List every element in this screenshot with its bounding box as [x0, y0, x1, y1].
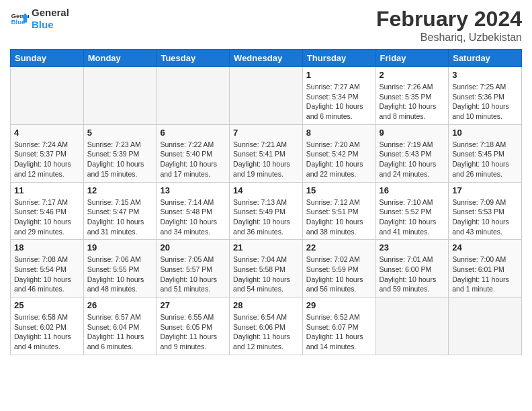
calendar-cell: 13Sunrise: 7:14 AM Sunset: 5:48 PM Dayli…	[157, 182, 230, 240]
day-info: Sunrise: 6:52 AM Sunset: 6:07 PM Dayligh…	[306, 312, 372, 352]
day-number: 19	[87, 242, 153, 253]
day-info: Sunrise: 7:19 AM Sunset: 5:43 PM Dayligh…	[380, 140, 445, 179]
calendar-cell: 12Sunrise: 7:15 AM Sunset: 5:47 PM Dayli…	[83, 182, 157, 240]
day-info: Sunrise: 7:05 AM Sunset: 5:57 PM Dayligh…	[160, 255, 226, 294]
day-number: 28	[233, 300, 299, 310]
day-info: Sunrise: 6:58 AM Sunset: 6:02 PM Dayligh…	[14, 312, 80, 352]
day-info: Sunrise: 7:01 AM Sunset: 6:00 PM Dayligh…	[380, 255, 445, 294]
calendar-cell: 29Sunrise: 6:52 AM Sunset: 6:07 PM Dayli…	[302, 298, 375, 355]
calendar-week-4: 25Sunrise: 6:58 AM Sunset: 6:02 PM Dayli…	[11, 298, 522, 355]
day-info: Sunrise: 7:00 AM Sunset: 6:01 PM Dayligh…	[452, 255, 518, 294]
calendar-week-3: 18Sunrise: 7:08 AM Sunset: 5:54 PM Dayli…	[11, 240, 522, 298]
day-info: Sunrise: 7:20 AM Sunset: 5:42 PM Dayligh…	[306, 140, 372, 179]
day-number: 10	[452, 128, 518, 138]
day-number: 24	[452, 242, 518, 253]
calendar-cell: 6Sunrise: 7:22 AM Sunset: 5:40 PM Daylig…	[157, 124, 230, 182]
header-sunday: Sunday	[11, 50, 84, 67]
calendar-cell: 14Sunrise: 7:13 AM Sunset: 5:49 PM Dayli…	[230, 182, 303, 240]
day-info: Sunrise: 7:08 AM Sunset: 5:54 PM Dayligh…	[14, 255, 80, 294]
day-info: Sunrise: 7:13 AM Sunset: 5:49 PM Dayligh…	[233, 197, 299, 237]
day-number: 5	[87, 128, 153, 138]
header-wednesday: Wednesday	[230, 50, 303, 67]
calendar-cell: 28Sunrise: 6:54 AM Sunset: 6:06 PM Dayli…	[230, 298, 303, 355]
day-info: Sunrise: 7:04 AM Sunset: 5:58 PM Dayligh…	[233, 255, 299, 294]
calendar-cell: 18Sunrise: 7:08 AM Sunset: 5:54 PM Dayli…	[11, 240, 84, 298]
main-container: General Blue General Blue February 2024 …	[0, 0, 532, 362]
day-number: 20	[160, 242, 226, 253]
calendar-week-2: 11Sunrise: 7:17 AM Sunset: 5:46 PM Dayli…	[11, 182, 522, 240]
day-number: 2	[380, 70, 445, 80]
day-info: Sunrise: 7:26 AM Sunset: 5:35 PM Dayligh…	[380, 82, 445, 122]
day-info: Sunrise: 7:21 AM Sunset: 5:41 PM Dayligh…	[233, 140, 299, 179]
day-number: 29	[306, 300, 372, 310]
day-number: 21	[233, 242, 299, 253]
calendar-cell: 17Sunrise: 7:09 AM Sunset: 5:53 PM Dayli…	[449, 182, 522, 240]
day-info: Sunrise: 7:15 AM Sunset: 5:47 PM Dayligh…	[87, 197, 153, 237]
logo: General Blue General Blue	[10, 7, 69, 31]
calendar-cell: 8Sunrise: 7:20 AM Sunset: 5:42 PM Daylig…	[302, 124, 375, 182]
day-number: 9	[380, 128, 445, 138]
day-info: Sunrise: 7:10 AM Sunset: 5:52 PM Dayligh…	[380, 197, 445, 237]
day-number: 15	[306, 185, 372, 195]
day-info: Sunrise: 7:24 AM Sunset: 5:37 PM Dayligh…	[14, 140, 80, 179]
day-info: Sunrise: 7:27 AM Sunset: 5:34 PM Dayligh…	[306, 82, 372, 122]
calendar-cell	[157, 67, 230, 125]
day-info: Sunrise: 7:02 AM Sunset: 5:59 PM Dayligh…	[306, 255, 372, 294]
logo-icon: General Blue	[10, 9, 29, 28]
day-info: Sunrise: 7:12 AM Sunset: 5:51 PM Dayligh…	[306, 197, 372, 237]
calendar-header-row: SundayMondayTuesdayWednesdayThursdayFrid…	[11, 50, 522, 67]
day-info: Sunrise: 7:17 AM Sunset: 5:46 PM Dayligh…	[14, 197, 80, 237]
calendar-cell: 15Sunrise: 7:12 AM Sunset: 5:51 PM Dayli…	[302, 182, 375, 240]
day-number: 26	[87, 300, 153, 310]
calendar-cell: 7Sunrise: 7:21 AM Sunset: 5:41 PM Daylig…	[230, 124, 303, 182]
header-monday: Monday	[83, 50, 157, 67]
calendar-cell: 22Sunrise: 7:02 AM Sunset: 5:59 PM Dayli…	[302, 240, 375, 298]
day-number: 18	[14, 242, 80, 253]
day-info: Sunrise: 7:14 AM Sunset: 5:48 PM Dayligh…	[160, 197, 226, 237]
day-info: Sunrise: 7:18 AM Sunset: 5:45 PM Dayligh…	[452, 140, 518, 179]
header-thursday: Thursday	[302, 50, 375, 67]
day-number: 7	[233, 128, 299, 138]
header-saturday: Saturday	[449, 50, 522, 67]
calendar-cell: 9Sunrise: 7:19 AM Sunset: 5:43 PM Daylig…	[375, 124, 449, 182]
calendar-cell: 23Sunrise: 7:01 AM Sunset: 6:00 PM Dayli…	[375, 240, 449, 298]
logo-blue: Blue	[32, 19, 69, 31]
day-info: Sunrise: 7:23 AM Sunset: 5:39 PM Dayligh…	[87, 140, 153, 179]
day-number: 23	[380, 242, 445, 253]
day-number: 12	[87, 185, 153, 195]
calendar-cell: 16Sunrise: 7:10 AM Sunset: 5:52 PM Dayli…	[375, 182, 449, 240]
calendar-cell: 2Sunrise: 7:26 AM Sunset: 5:35 PM Daylig…	[375, 67, 449, 125]
header-tuesday: Tuesday	[157, 50, 230, 67]
day-number: 8	[306, 128, 372, 138]
day-info: Sunrise: 6:55 AM Sunset: 6:05 PM Dayligh…	[160, 312, 226, 352]
day-number: 1	[306, 70, 372, 80]
calendar-cell: 3Sunrise: 7:25 AM Sunset: 5:36 PM Daylig…	[449, 67, 522, 125]
calendar-cell	[375, 298, 449, 355]
day-info: Sunrise: 6:57 AM Sunset: 6:04 PM Dayligh…	[87, 312, 153, 352]
calendar-cell: 20Sunrise: 7:05 AM Sunset: 5:57 PM Dayli…	[157, 240, 230, 298]
calendar-cell: 19Sunrise: 7:06 AM Sunset: 5:55 PM Dayli…	[83, 240, 157, 298]
day-info: Sunrise: 6:54 AM Sunset: 6:06 PM Dayligh…	[233, 312, 299, 352]
calendar-cell: 25Sunrise: 6:58 AM Sunset: 6:02 PM Dayli…	[11, 298, 84, 355]
calendar-cell	[83, 67, 157, 125]
calendar-cell: 24Sunrise: 7:00 AM Sunset: 6:01 PM Dayli…	[449, 240, 522, 298]
day-number: 17	[452, 185, 518, 195]
page-subtitle: Beshariq, Uzbekistan	[376, 32, 522, 44]
day-number: 4	[14, 128, 80, 138]
calendar-week-0: 1Sunrise: 7:27 AM Sunset: 5:34 PM Daylig…	[11, 67, 522, 125]
calendar-table: SundayMondayTuesdayWednesdayThursdayFrid…	[10, 49, 522, 355]
calendar-cell	[449, 298, 522, 355]
calendar-cell: 5Sunrise: 7:23 AM Sunset: 5:39 PM Daylig…	[83, 124, 157, 182]
calendar-cell: 21Sunrise: 7:04 AM Sunset: 5:58 PM Dayli…	[230, 240, 303, 298]
page-title: February 2024	[376, 7, 522, 32]
day-number: 3	[452, 70, 518, 80]
day-number: 16	[380, 185, 445, 195]
header: General Blue General Blue February 2024 …	[10, 7, 522, 44]
calendar-cell: 10Sunrise: 7:18 AM Sunset: 5:45 PM Dayli…	[449, 124, 522, 182]
day-info: Sunrise: 7:25 AM Sunset: 5:36 PM Dayligh…	[452, 82, 518, 122]
day-number: 6	[160, 128, 226, 138]
calendar-week-1: 4Sunrise: 7:24 AM Sunset: 5:37 PM Daylig…	[11, 124, 522, 182]
day-info: Sunrise: 7:06 AM Sunset: 5:55 PM Dayligh…	[87, 255, 153, 294]
day-number: 22	[306, 242, 372, 253]
day-number: 13	[160, 185, 226, 195]
